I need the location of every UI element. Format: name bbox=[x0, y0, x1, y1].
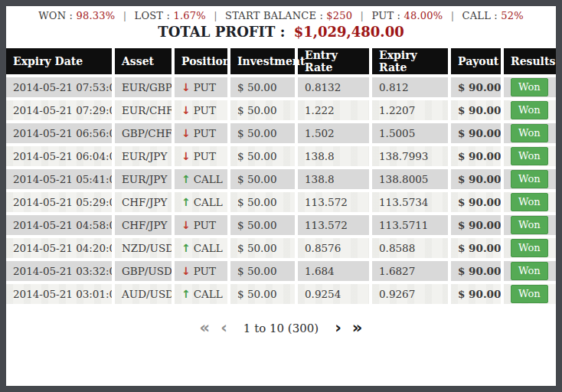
won-result-button[interactable]: Won bbox=[511, 78, 548, 96]
table-row: 2014-05-21 03:32:02GBP/USD↓PUT$ 50.001.6… bbox=[6, 260, 556, 283]
investment-cell: $ 50.00 bbox=[229, 283, 296, 305]
column-header-expiry-date: Expiry Date bbox=[6, 48, 113, 76]
stat-call-label: CALL : bbox=[462, 10, 498, 21]
asset-cell: GBP/USD bbox=[113, 260, 173, 283]
position-label: CALL bbox=[194, 196, 223, 208]
stat-lost: LOST : 1.67% bbox=[135, 10, 210, 21]
pagination-prev-button[interactable]: ‹ bbox=[221, 320, 227, 336]
position-label: PUT bbox=[194, 104, 216, 116]
table-row: 2014-05-21 06:04:03EUR/JPY↓PUT$ 50.00138… bbox=[6, 145, 556, 168]
expiry-rate-cell: 0.9267 bbox=[371, 283, 449, 305]
trading-results-page: WON : 98.33% | LOST : 1.67% | START BALA… bbox=[0, 0, 562, 392]
stat-put: PUT : 48.00% bbox=[372, 10, 446, 21]
expiry-date-cell: 2014-05-21 04:58:02 bbox=[6, 214, 113, 237]
stat-won-value: 98.33% bbox=[77, 10, 116, 21]
entry-rate-cell: 138.8 bbox=[296, 168, 371, 191]
position-label: PUT bbox=[194, 127, 216, 139]
table-row: 2014-05-21 04:58:02CHF/JPY↓PUT$ 50.00113… bbox=[6, 214, 556, 237]
put-down-arrow-icon: ↓ bbox=[181, 127, 191, 139]
stat-separator: | bbox=[361, 10, 364, 21]
position-label: PUT bbox=[194, 81, 216, 93]
expiry-date-cell: 2014-05-21 05:29:02 bbox=[6, 191, 113, 214]
table-row: 2014-05-21 05:29:02CHF/JPY↑CALL$ 50.0011… bbox=[6, 191, 556, 214]
payout-cell: $ 90.00 bbox=[449, 76, 502, 99]
position-cell: ↑CALL bbox=[173, 191, 229, 214]
call-up-arrow-icon: ↑ bbox=[181, 196, 191, 208]
stat-separator: | bbox=[451, 10, 455, 21]
results-cell: Won bbox=[502, 145, 556, 168]
won-result-button[interactable]: Won bbox=[511, 124, 548, 142]
payout-cell: $ 90.00 bbox=[449, 260, 502, 283]
expiry-rate-cell: 138.7993 bbox=[371, 145, 449, 168]
expiry-rate-cell: 0.812 bbox=[371, 76, 449, 99]
stat-call: CALL : 52% bbox=[462, 10, 524, 21]
expiry-rate-cell: 113.5734 bbox=[371, 191, 449, 214]
results-cell: Won bbox=[502, 237, 556, 260]
pagination-next-button[interactable]: › bbox=[335, 320, 341, 336]
payout-cell: $ 90.00 bbox=[449, 145, 502, 168]
payout-cell: $ 90.00 bbox=[449, 191, 502, 214]
table-row: 2014-05-21 03:01:02AUD/USD↑CALL$ 50.000.… bbox=[6, 283, 556, 305]
won-result-button[interactable]: Won bbox=[511, 239, 548, 257]
won-result-button[interactable]: Won bbox=[511, 147, 548, 165]
call-up-arrow-icon: ↑ bbox=[181, 242, 191, 254]
results-cell: Won bbox=[502, 99, 556, 122]
put-down-arrow-icon: ↓ bbox=[181, 219, 191, 231]
asset-cell: EUR/JPY bbox=[113, 168, 173, 191]
investment-cell: $ 50.00 bbox=[229, 76, 296, 99]
pagination-last-button[interactable]: » bbox=[352, 320, 363, 336]
pagination-first-button[interactable]: « bbox=[200, 320, 211, 336]
position-label: CALL bbox=[194, 288, 223, 300]
won-result-button[interactable]: Won bbox=[511, 262, 548, 280]
results-cell: Won bbox=[502, 260, 556, 283]
asset-cell: AUD/USD bbox=[113, 283, 173, 305]
expiry-date-cell: 2014-05-21 03:32:02 bbox=[6, 260, 113, 283]
position-cell: ↓PUT bbox=[173, 122, 229, 145]
total-profit: TOTAL PROFIT : $1,029,480.00 bbox=[6, 24, 556, 40]
position-label: PUT bbox=[194, 265, 216, 277]
column-header-position: Position bbox=[173, 48, 229, 76]
won-result-button[interactable]: Won bbox=[511, 170, 548, 188]
expiry-rate-cell: 0.8588 bbox=[371, 237, 449, 260]
position-cell: ↑CALL bbox=[173, 237, 229, 260]
payout-cell: $ 90.00 bbox=[449, 237, 502, 260]
investment-cell: $ 50.00 bbox=[229, 214, 296, 237]
column-header-results: Results bbox=[502, 48, 556, 76]
won-result-button[interactable]: Won bbox=[511, 101, 548, 119]
position-cell: ↓PUT bbox=[173, 145, 229, 168]
entry-rate-cell: 1.502 bbox=[296, 122, 371, 145]
expiry-date-cell: 2014-05-21 06:04:03 bbox=[6, 145, 113, 168]
won-result-button[interactable]: Won bbox=[511, 216, 548, 234]
stat-call-value: 52% bbox=[501, 10, 524, 21]
total-profit-label: TOTAL PROFIT : bbox=[158, 24, 285, 40]
position-cell: ↓PUT bbox=[173, 99, 229, 122]
entry-rate-cell: 0.9254 bbox=[296, 283, 371, 305]
entry-rate-cell: 0.8132 bbox=[296, 76, 371, 99]
table-row: 2014-05-21 07:53:02EUR/GBP↓PUT$ 50.000.8… bbox=[6, 76, 556, 99]
won-result-button[interactable]: Won bbox=[511, 285, 548, 303]
put-down-arrow-icon: ↓ bbox=[181, 150, 191, 162]
table-row: 2014-05-21 04:20:02NZD/USD↑CALL$ 50.000.… bbox=[6, 237, 556, 260]
position-cell: ↓PUT bbox=[173, 214, 229, 237]
payout-cell: $ 90.00 bbox=[449, 122, 502, 145]
asset-cell: NZD/USD bbox=[113, 237, 173, 260]
results-cell: Won bbox=[502, 122, 556, 145]
investment-cell: $ 50.00 bbox=[229, 122, 296, 145]
investment-cell: $ 50.00 bbox=[229, 237, 296, 260]
put-down-arrow-icon: ↓ bbox=[181, 104, 191, 116]
call-up-arrow-icon: ↑ bbox=[181, 288, 191, 300]
stat-start-balance-label: START BALANCE : bbox=[225, 10, 323, 21]
results-table-body: 2014-05-21 07:53:02EUR/GBP↓PUT$ 50.000.8… bbox=[6, 76, 556, 305]
table-row: 2014-05-21 06:56:03GBP/CHF↓PUT$ 50.001.5… bbox=[6, 122, 556, 145]
payout-cell: $ 90.00 bbox=[449, 283, 502, 305]
table-row: 2014-05-21 07:29:02EUR/CHF↓PUT$ 50.001.2… bbox=[6, 99, 556, 122]
expiry-rate-cell: 1.6827 bbox=[371, 260, 449, 283]
asset-cell: CHF/JPY bbox=[113, 191, 173, 214]
results-table: Expiry Date Asset Position Investment En… bbox=[6, 48, 556, 307]
position-label: CALL bbox=[194, 173, 223, 185]
payout-cell: $ 90.00 bbox=[449, 214, 502, 237]
won-result-button[interactable]: Won bbox=[511, 193, 548, 211]
pagination: « ‹ 1 to 10 (300) › » bbox=[6, 320, 556, 336]
call-up-arrow-icon: ↑ bbox=[181, 173, 191, 185]
expiry-rate-cell: 113.5711 bbox=[371, 214, 449, 237]
